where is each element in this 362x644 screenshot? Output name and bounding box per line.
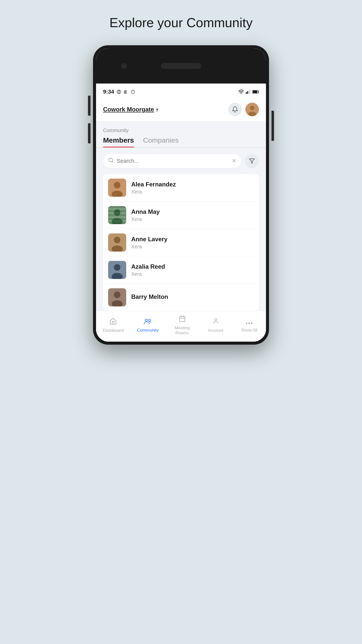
nav-item-community[interactable]: Community	[137, 318, 159, 333]
svg-rect-10	[250, 90, 250, 94]
tab-members[interactable]: Members	[103, 136, 134, 147]
svg-point-44	[215, 318, 217, 321]
home-icon	[109, 318, 117, 327]
nav-item-account[interactable]: Account	[206, 318, 226, 333]
member-avatar	[108, 179, 126, 197]
power-button	[272, 111, 274, 141]
workspace-selector[interactable]: Cowork Moorgate ▾	[103, 106, 158, 113]
svg-rect-8	[247, 91, 248, 94]
member-name: Azalia Reed	[131, 263, 254, 270]
tabs: Members Companies	[103, 136, 259, 147]
svg-rect-24	[108, 206, 126, 208]
svg-point-47	[251, 323, 252, 324]
svg-rect-27	[108, 218, 126, 220]
section-label: Community	[103, 128, 259, 133]
nav-label-meeting-rooms: MeetingRooms	[174, 326, 190, 336]
calendar-icon	[179, 315, 186, 324]
chevron-down-icon: ▾	[156, 107, 158, 112]
svg-point-6	[241, 93, 242, 94]
status-icon-2	[124, 90, 128, 94]
member-name: Alea Fernandez	[131, 181, 254, 188]
member-info: Anna May Xera	[131, 208, 254, 222]
svg-point-19	[114, 182, 120, 188]
svg-rect-25	[108, 210, 126, 212]
status-left: 9:34	[103, 89, 135, 95]
user-avatar-image	[245, 103, 259, 116]
screen: 9:34	[96, 84, 266, 342]
svg-rect-12	[253, 91, 257, 93]
member-name: Barry Melton	[131, 293, 254, 300]
svg-rect-7	[246, 92, 247, 94]
search-input[interactable]	[117, 158, 229, 164]
speaker	[161, 63, 201, 69]
app-bar: Cowork Moorgate ▾	[96, 99, 266, 122]
member-info: Anne Lavery Xera	[131, 236, 254, 250]
member-info: Azalia Reed Xera	[131, 263, 254, 277]
list-item[interactable]: Anne Lavery Xera	[103, 229, 259, 256]
svg-point-38	[145, 319, 148, 321]
list-item[interactable]: Anna May Xera	[103, 202, 259, 229]
member-info: Alea Fernandez Xera	[131, 181, 254, 195]
member-list: Alea Fernandez Xera	[103, 174, 259, 311]
member-company: Xera	[131, 189, 254, 195]
person-icon	[212, 318, 219, 327]
member-company: Xera	[131, 271, 254, 277]
dots-icon	[245, 318, 253, 326]
signal-icon	[246, 90, 250, 94]
svg-point-46	[248, 323, 250, 324]
nav-item-meeting-rooms[interactable]: MeetingRooms	[172, 315, 192, 336]
member-info: Barry Melton	[131, 293, 254, 301]
member-company: Xera	[131, 216, 254, 222]
content-area: Community Members Companies	[96, 122, 266, 311]
tab-companies[interactable]: Companies	[143, 136, 179, 147]
nav-label-account: Account	[208, 328, 223, 333]
search-icon	[108, 157, 114, 165]
tab-divider	[96, 147, 266, 148]
status-time: 9:34	[103, 89, 114, 95]
notification-button[interactable]	[228, 103, 242, 116]
filter-button[interactable]	[245, 154, 259, 168]
svg-point-30	[114, 237, 120, 243]
member-company: Xera	[131, 244, 254, 250]
svg-rect-1	[124, 91, 125, 94]
svg-rect-9	[248, 90, 249, 94]
nav-label-dashboard: Dashboard	[103, 328, 124, 333]
list-item[interactable]: Alea Fernandez Xera	[103, 174, 259, 202]
phone-bezel-top	[96, 48, 266, 84]
status-bar: 9:34	[96, 84, 266, 99]
user-avatar-button[interactable]	[245, 103, 259, 116]
filter-icon	[249, 158, 255, 164]
search-row: ✕	[103, 154, 259, 168]
svg-point-45	[246, 323, 247, 324]
page-title: Explore your Community	[109, 15, 252, 30]
svg-rect-40	[179, 316, 185, 322]
wifi-icon	[238, 90, 244, 94]
svg-marker-17	[249, 159, 254, 163]
status-icon-3	[131, 90, 135, 94]
search-clear-icon[interactable]: ✕	[232, 158, 236, 164]
search-box: ✕	[103, 154, 241, 168]
svg-point-33	[114, 264, 120, 271]
nav-item-show-all[interactable]: Show All	[239, 318, 259, 333]
svg-rect-26	[108, 214, 126, 216]
list-item[interactable]: Barry Melton	[103, 284, 259, 311]
nav-label-community: Community	[137, 328, 159, 333]
phone-screen: 9:34	[96, 48, 266, 342]
svg-point-39	[148, 319, 151, 321]
member-avatar	[108, 288, 126, 306]
member-name: Anna May	[131, 208, 254, 215]
community-icon	[144, 318, 152, 326]
nav-item-dashboard[interactable]: Dashboard	[103, 318, 124, 333]
member-avatar	[108, 233, 126, 252]
bottom-nav: Dashboard Community	[96, 311, 266, 342]
battery-icon	[252, 90, 259, 94]
list-item[interactable]: Azalia Reed Xera	[103, 256, 259, 284]
svg-point-14	[250, 106, 254, 110]
status-icons-right	[238, 90, 259, 94]
vol-up-button	[88, 96, 90, 116]
svg-rect-2	[126, 90, 126, 94]
member-avatar	[108, 261, 126, 279]
phone-frame: 9:34	[93, 45, 269, 345]
app-bar-actions	[228, 103, 259, 116]
status-icon-1	[117, 90, 121, 94]
